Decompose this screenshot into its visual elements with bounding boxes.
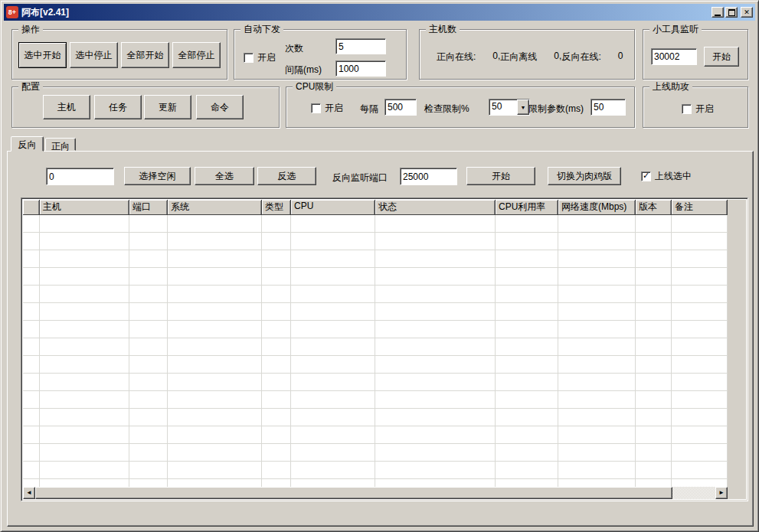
table-cell xyxy=(262,338,291,356)
table-cell xyxy=(23,233,40,250)
tool-listen-port-input[interactable] xyxy=(651,48,697,65)
close-icon: ✕ xyxy=(744,9,750,16)
table-cell xyxy=(375,391,496,409)
table-cell xyxy=(636,303,672,321)
host-listview: 主机端口系统类型CPU状态CPU利用率网络速度(Mbps)版本备注 ◄ ► xyxy=(21,197,748,501)
table-cell xyxy=(129,233,168,250)
table-cell xyxy=(375,409,496,426)
forward-offline-label: 正向离线 xyxy=(500,51,537,64)
table-cell xyxy=(262,250,291,268)
table-row xyxy=(23,462,728,479)
column-header-8[interactable]: 网络速度(Mbps) xyxy=(558,200,636,215)
cpu-every-input[interactable] xyxy=(384,99,417,116)
horizontal-scrollbar[interactable]: ◄ ► xyxy=(23,487,728,499)
table-cell xyxy=(168,444,262,462)
table-cell xyxy=(558,338,636,356)
select-idle-button[interactable]: 选择空闲 xyxy=(124,167,191,185)
table-cell xyxy=(375,233,496,250)
start-selected-button[interactable]: 选中开始 xyxy=(18,42,67,68)
table-cell xyxy=(636,409,672,426)
stop-all-button[interactable]: 全部停止 xyxy=(172,42,221,68)
table-cell xyxy=(636,391,672,409)
table-cell xyxy=(496,426,558,444)
column-header-3[interactable]: 系统 xyxy=(168,200,262,215)
table-cell xyxy=(672,356,728,374)
minimize-button[interactable] xyxy=(712,7,724,18)
column-header-5[interactable]: CPU xyxy=(291,200,375,215)
table-cell xyxy=(23,462,40,479)
table-cell xyxy=(375,356,496,374)
table-cell xyxy=(496,215,558,233)
table-cell xyxy=(558,303,636,321)
tab-reverse[interactable]: 反向 xyxy=(11,136,44,152)
config-host-button[interactable]: 主机 xyxy=(43,95,90,119)
table-cell xyxy=(262,462,291,479)
listen-start-button[interactable]: 开始 xyxy=(466,167,535,185)
chevron-down-icon[interactable]: ▼ xyxy=(517,100,529,115)
table-cell xyxy=(129,303,168,321)
auto-dispatch-enable-checkbox[interactable]: ✓ xyxy=(244,53,254,63)
table-row xyxy=(23,215,728,233)
cpu-param-input[interactable] xyxy=(591,99,626,116)
table-cell xyxy=(23,391,40,409)
group-online-assist-label: 上线助攻 xyxy=(649,81,692,92)
column-header-9[interactable]: 版本 xyxy=(636,200,672,215)
column-header-4[interactable]: 类型 xyxy=(262,200,291,215)
table-cell xyxy=(262,444,291,462)
config-update-button[interactable]: 更新 xyxy=(144,95,191,119)
table-cell xyxy=(40,356,129,374)
stop-selected-button[interactable]: 选中停止 xyxy=(70,42,118,68)
table-cell xyxy=(129,215,168,233)
group-operation: 操作 选中开始 选中停止 全部开始 全部停止 xyxy=(11,29,227,80)
scrollbar-track[interactable] xyxy=(672,487,715,499)
table-cell xyxy=(636,462,672,479)
table-cell xyxy=(262,479,291,487)
count-input[interactable] xyxy=(335,38,386,54)
online-selected-checkbox[interactable]: ✓ xyxy=(641,171,651,181)
config-task-button[interactable]: 任务 xyxy=(94,95,142,119)
table-cell xyxy=(496,286,558,303)
filter-input[interactable] xyxy=(46,168,114,185)
table-cell xyxy=(375,479,496,487)
interval-input[interactable] xyxy=(335,60,386,77)
config-command-button[interactable]: 命令 xyxy=(196,95,244,119)
tab-forward[interactable]: 正向 xyxy=(45,138,76,151)
cpu-limit-enable-label: 开启 xyxy=(325,102,343,115)
table-cell xyxy=(168,233,262,250)
column-header-1[interactable]: 主机 xyxy=(40,200,129,215)
table-cell xyxy=(558,356,636,374)
table-row xyxy=(23,338,728,356)
table-cell xyxy=(496,250,558,268)
invert-select-button[interactable]: 反选 xyxy=(257,167,316,185)
column-header-10[interactable]: 备注 xyxy=(672,200,728,215)
table-cell xyxy=(496,321,558,338)
close-button[interactable]: ✕ xyxy=(741,7,753,18)
scrollbar-thumb[interactable] xyxy=(35,487,672,499)
scroll-left-icon[interactable]: ◄ xyxy=(23,487,35,499)
switch-version-button[interactable]: 切换为肉鸡版 xyxy=(548,167,621,185)
group-config-label: 配置 xyxy=(18,81,43,92)
maximize-button[interactable] xyxy=(725,7,738,18)
table-row xyxy=(23,391,728,409)
column-header-6[interactable]: 状态 xyxy=(375,200,496,215)
listen-port-input[interactable] xyxy=(400,168,457,185)
table-cell xyxy=(40,338,129,356)
start-all-button[interactable]: 全部开始 xyxy=(121,42,169,68)
tool-listen-start-button[interactable]: 开始 xyxy=(704,47,739,67)
cpu-limit-enable-checkbox[interactable]: ✓ xyxy=(311,103,321,113)
online-assist-enable-checkbox[interactable]: ✓ xyxy=(682,104,692,114)
column-header-7[interactable]: CPU利用率 xyxy=(496,200,558,215)
table-cell xyxy=(496,356,558,374)
table-cell xyxy=(291,321,375,338)
table-cell xyxy=(291,215,375,233)
table-cell xyxy=(636,426,672,444)
table-cell xyxy=(375,374,496,391)
column-header-2[interactable]: 端口 xyxy=(129,200,168,215)
table-cell xyxy=(291,303,375,321)
select-all-button[interactable]: 全选 xyxy=(195,167,254,185)
titlebar[interactable]: 8+ 阿布[v2.41] ✕ xyxy=(4,4,755,21)
cpu-check-select[interactable]: 50 ▼ xyxy=(489,99,530,116)
table-cell xyxy=(672,321,728,338)
scroll-right-icon[interactable]: ► xyxy=(715,487,728,499)
column-header-0[interactable] xyxy=(23,200,40,215)
